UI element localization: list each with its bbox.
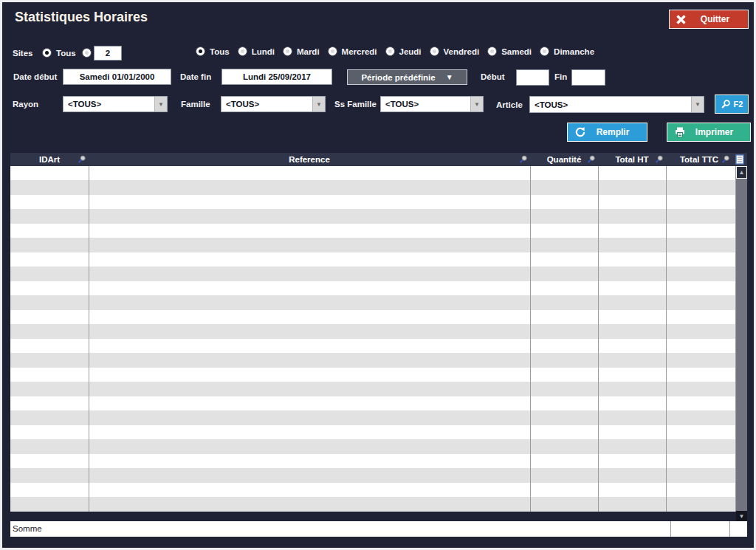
- day-filter-group: TousLundiMardiMercrediJeudiVendrediSamed…: [196, 47, 594, 56]
- close-icon: [676, 14, 687, 25]
- chevron-down-icon[interactable]: ▼: [312, 97, 325, 111]
- sites-tous-radio[interactable]: [42, 48, 52, 58]
- site-number-input[interactable]: [94, 46, 122, 61]
- day-radio-mercredi[interactable]: [328, 47, 337, 56]
- famille-combo[interactable]: <TOUS> ▼: [221, 96, 326, 112]
- begin-time-label: Début: [481, 72, 505, 81]
- day-radio-vendredi[interactable]: [430, 47, 439, 56]
- day-option: Tous: [196, 47, 230, 56]
- date-end-label: Date fin: [180, 72, 211, 81]
- day-option: Lundi: [238, 47, 275, 56]
- table-header: IDArtReferenceQuantitéTotal HTTotal TTC: [10, 153, 747, 166]
- day-label: Vendredi: [444, 47, 480, 56]
- day-radio-dimanche[interactable]: [540, 47, 549, 56]
- chevron-down-icon[interactable]: ▼: [691, 97, 704, 112]
- column-divider: [729, 521, 730, 537]
- date-end-input[interactable]: [221, 69, 332, 85]
- day-label: Samedi: [501, 47, 532, 56]
- day-radio-mardi[interactable]: [283, 47, 292, 56]
- day-option: Dimanche: [540, 47, 594, 56]
- print-button-label: Imprimer: [686, 127, 750, 137]
- day-label: Lundi: [252, 47, 275, 56]
- ss-famille-combo-value: <TOUS>: [381, 100, 470, 109]
- quit-button[interactable]: Quitter: [669, 10, 749, 29]
- day-option: Samedi: [487, 47, 532, 56]
- search-f2-label: F2: [734, 100, 743, 109]
- fill-button[interactable]: Remplir: [567, 123, 647, 142]
- table-footer-row: Somme: [10, 521, 747, 537]
- rayon-label: Rayon: [13, 100, 38, 109]
- rayon-combo[interactable]: <TOUS> ▼: [63, 96, 168, 112]
- printer-icon: [674, 126, 686, 138]
- search-icon: [721, 99, 731, 109]
- date-start-label: Date début: [13, 72, 57, 81]
- day-label: Dimanche: [554, 47, 594, 56]
- column-header-idart[interactable]: IDArt: [10, 153, 89, 166]
- column-header-label: Total TTC: [680, 155, 718, 164]
- column-header-quantité[interactable]: Quantité: [530, 153, 598, 166]
- ss-famille-label: Ss Famille: [334, 100, 377, 109]
- fin-time-input[interactable]: [571, 69, 605, 86]
- scrollbar-down-button[interactable]: ▼: [736, 511, 747, 521]
- refresh-icon: [574, 126, 586, 138]
- day-option: Mardi: [283, 47, 320, 56]
- scrollbar-up-button[interactable]: ▲: [736, 166, 747, 179]
- fin-time-label: Fin: [554, 72, 567, 81]
- sites-number-radio[interactable]: [82, 48, 92, 58]
- date-start-input[interactable]: [63, 69, 171, 85]
- sites-tous-label: Tous: [56, 49, 76, 58]
- column-header-reference[interactable]: Reference: [89, 153, 530, 166]
- day-label: Mardi: [297, 47, 320, 56]
- column-header-label: IDArt: [39, 155, 60, 164]
- sites-label: Sites: [13, 49, 33, 58]
- ss-famille-combo[interactable]: <TOUS> ▼: [380, 96, 484, 112]
- day-radio-samedi[interactable]: [487, 47, 497, 56]
- sum-label: Somme: [13, 524, 42, 533]
- fill-button-label: Remplir: [586, 127, 647, 137]
- column-divider: [598, 166, 599, 512]
- app-window: Statistiques Horaires Quitter Sites Tous…: [0, 0, 756, 550]
- column-header-label: Total HT: [615, 155, 648, 164]
- article-label: Article: [496, 100, 523, 109]
- triangle-up-icon: ▲: [739, 169, 745, 176]
- chevron-down-icon[interactable]: ▼: [470, 97, 483, 111]
- search-f2-button[interactable]: F2: [715, 94, 749, 114]
- day-option: Vendredi: [430, 47, 480, 56]
- day-option: Mercredi: [328, 47, 377, 56]
- column-header-total-ht[interactable]: Total HT: [598, 153, 666, 166]
- table-body[interactable]: [10, 166, 736, 512]
- day-label: Mercredi: [342, 47, 377, 56]
- column-header-label: Quantité: [547, 155, 582, 164]
- print-button[interactable]: Imprimer: [667, 123, 751, 142]
- column-divider: [89, 166, 89, 512]
- predefined-period-dropdown[interactable]: Période prédéfinie ▼: [347, 69, 467, 85]
- day-option: Jeudi: [385, 47, 422, 56]
- column-divider: [670, 521, 671, 537]
- day-label: Tous: [210, 47, 230, 56]
- article-combo[interactable]: <TOUS> ▼: [529, 96, 704, 113]
- scrollbar-thumb[interactable]: [736, 179, 747, 511]
- day-radio-lundi[interactable]: [238, 47, 247, 56]
- column-divider: [530, 166, 531, 512]
- day-radio-jeudi[interactable]: [385, 47, 395, 56]
- day-label: Jeudi: [399, 47, 422, 56]
- famille-label: Famille: [181, 100, 210, 109]
- rayon-combo-value: <TOUS>: [63, 100, 154, 109]
- column-header-label: Reference: [289, 155, 330, 164]
- begin-time-input[interactable]: [516, 69, 549, 86]
- famille-combo-value: <TOUS>: [221, 100, 312, 109]
- column-divider: [666, 166, 667, 512]
- chevron-down-icon: ▼: [446, 74, 453, 81]
- triangle-down-icon: ▼: [739, 513, 745, 520]
- column-header-total-ttc[interactable]: Total TTC: [666, 153, 732, 166]
- article-combo-value: <TOUS>: [530, 100, 691, 109]
- quit-button-label: Quitter: [687, 14, 748, 24]
- table-options-icon[interactable]: [732, 153, 747, 166]
- day-radio-tous[interactable]: [196, 47, 205, 56]
- page-title: Statistiques Horaires: [15, 10, 148, 25]
- predefined-period-label: Période prédéfinie: [361, 73, 435, 82]
- chevron-down-icon[interactable]: ▼: [154, 97, 167, 111]
